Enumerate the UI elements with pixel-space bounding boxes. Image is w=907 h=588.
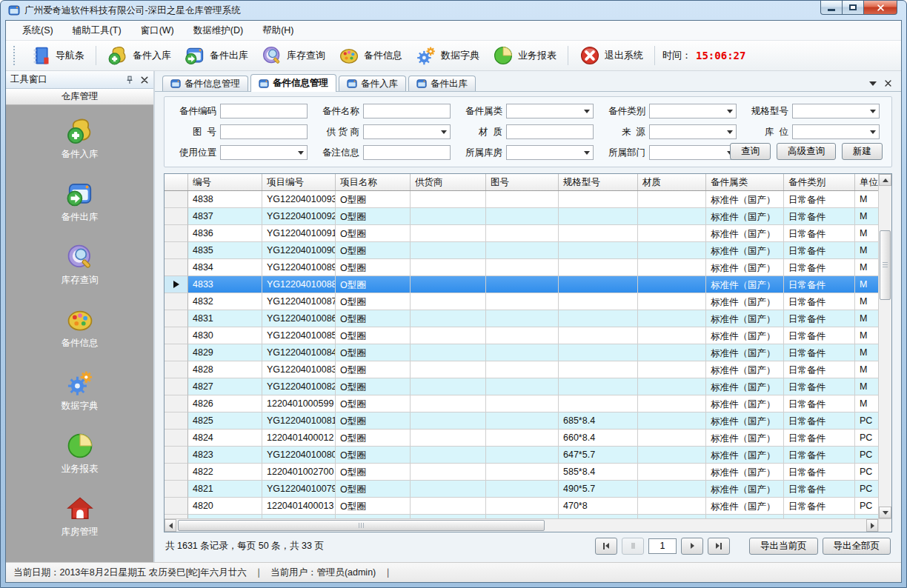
scroll-left-button[interactable] [165,519,176,532]
stock-location-combo[interactable] [792,124,880,139]
sidebar-close-icon[interactable] [140,76,149,84]
part-category-combo[interactable] [506,104,594,118]
advanced-query-button[interactable]: 高级查询 [777,143,836,160]
menu-item-system[interactable]: 系统(S) [15,22,61,39]
table-row[interactable]: 4837YG12204010092O型圈标准件（国产）日常备件M [165,208,878,225]
sidebar-item-parts-info[interactable]: 备件信息 [6,306,153,350]
sidebar-item-stock-search[interactable]: 库存查询 [6,243,153,287]
menu-item-help[interactable]: 帮助(H) [255,22,301,39]
tab-1[interactable]: 备件信息管理 [250,74,336,92]
row-header-cell[interactable] [165,259,188,276]
toolbar-grip[interactable] [13,46,18,65]
vertical-scroll-thumb[interactable] [880,230,891,300]
sidebar-item-report[interactable]: 业务报表 [6,432,153,475]
horizontal-scroll-track[interactable] [176,519,866,532]
toolbar-button-parts-info[interactable]: 备件信息 [332,42,409,69]
row-header-cell[interactable] [165,412,188,430]
row-header-cell[interactable] [165,361,188,378]
scroll-up-button[interactable] [879,174,891,186]
part-class-combo[interactable] [649,104,737,118]
column-header-6[interactable]: 材质 [638,174,706,190]
toolbar-button-report[interactable]: 业务报表 [486,42,563,69]
first-page-button[interactable] [595,538,617,555]
sidebar-group-header[interactable]: 仓库管理 [6,89,153,105]
column-header-4[interactable]: 图号 [486,174,559,190]
toolbar-button-data-dict[interactable]: 数据字典 [409,42,486,69]
table-row[interactable]: 4833YG12204010088O型圈标准件（国产）日常备件M [165,276,878,293]
table-row[interactable]: 4836YG12204010091O型圈标准件（国产）日常备件M [165,225,878,242]
tab-0[interactable]: 备件信息管理 [162,76,248,91]
table-row[interactable]: 4828YG12204010083O型圈标准件（国产）日常备件M [165,361,878,378]
menu-item-data-maintenance[interactable]: 数据维护(D) [186,22,250,39]
row-header-cell[interactable] [165,208,188,225]
row-header-cell[interactable] [165,327,188,344]
use-position-combo[interactable] [220,145,308,160]
query-button[interactable]: 查询 [730,143,771,160]
export-all-pages-button[interactable]: 导出全部页 [823,538,891,555]
toolbar-button-parts-out[interactable]: 备件出库 [178,42,255,69]
table-row[interactable]: 4830YG12204010085O型圈标准件（国产）日常备件M [165,327,878,344]
column-header-8[interactable]: 备件类别 [784,174,855,190]
table-row[interactable]: 4821YG12204010079O型圈490*5.7标准件（国产）日常备件PC [165,481,878,498]
maximize-button[interactable] [842,1,864,15]
table-row[interactable]: 4829YG12204010084O型圈标准件（国产）日常备件M [165,344,878,361]
drawing-no-input[interactable] [220,124,308,139]
row-header-cell[interactable] [165,293,188,310]
part-name-input[interactable] [363,104,451,118]
next-page-button[interactable] [681,538,703,555]
tab-list-dropdown-icon[interactable] [869,81,877,86]
spec-model-combo[interactable] [792,104,880,118]
previous-page-button[interactable] [622,538,644,555]
row-header-cell[interactable] [165,344,188,361]
column-header-5[interactable]: 规格型号 [559,174,638,190]
row-header-cell[interactable] [165,395,188,412]
row-header-cell[interactable] [165,481,188,498]
material-input[interactable] [506,124,594,139]
column-header-2[interactable]: 项目名称 [336,174,411,190]
column-header-0[interactable]: 编号 [188,174,262,190]
table-row[interactable]: 4834YG12204010089O型圈标准件（国产）日常备件M [165,259,878,276]
supplier-combo[interactable] [363,124,451,139]
column-header-3[interactable]: 供货商 [411,174,486,190]
table-row[interactable]: 4832YG12204010087O型圈标准件（国产）日常备件M [165,293,878,310]
sidebar-item-parts-in[interactable]: 备件入库 [6,117,153,161]
pin-icon[interactable] [125,76,134,84]
row-header-cell[interactable] [165,310,188,327]
page-number-input[interactable] [648,538,677,554]
close-button[interactable] [863,1,897,15]
menu-item-assist-tools[interactable]: 辅助工具(T) [65,22,129,39]
row-header-cell[interactable] [165,378,188,395]
row-header-cell[interactable] [165,276,188,293]
last-page-button[interactable] [708,538,730,555]
column-header-9[interactable]: 单位 [855,174,878,190]
column-header-7[interactable]: 备件属类 [706,174,784,190]
toolbar-button-stock-search[interactable]: 库存查询 [255,42,332,69]
table-row[interactable]: 48241220401400012O型圈660*8.4标准件（国产）日常备件PC [165,430,878,447]
sidebar-item-data-dict[interactable]: 数据字典 [6,369,153,412]
table-row[interactable]: 4823YG12204010080O型圈647*5.7标准件（国产）日常备件PC [165,447,878,464]
minimize-button[interactable] [820,1,843,15]
part-code-input[interactable] [220,104,308,118]
scroll-right-button[interactable] [866,519,878,532]
toolbar-button-book[interactable]: 导航条 [24,42,91,69]
toolbar-button-exit[interactable]: 退出系统 [573,42,650,69]
table-row[interactable]: 4831YG12204010086O型圈标准件（国产）日常备件M [165,310,878,327]
warehouse-combo[interactable] [506,145,594,160]
vertical-scrollbar[interactable] [878,174,891,518]
menu-item-window[interactable]: 窗口(W) [133,22,182,39]
row-header-cell[interactable] [165,242,188,259]
tab-3[interactable]: 备件出库 [408,76,476,91]
row-header-cell[interactable] [165,191,188,208]
export-current-page-button[interactable]: 导出当前页 [749,538,818,555]
tab-close-icon[interactable] [884,79,892,87]
source-combo[interactable] [649,124,737,139]
table-row[interactable]: 4838YG12204010093O型圈标准件（国产）日常备件M [165,191,878,208]
row-header-cell[interactable] [165,430,188,447]
row-header-cell[interactable] [165,225,188,242]
vertical-scroll-track[interactable] [879,186,891,507]
table-row[interactable]: 4835YG12204010090O型圈标准件（国产）日常备件M [165,242,878,259]
sidebar-item-parts-out[interactable]: 备件出库 [6,180,153,224]
scroll-down-button[interactable] [879,507,891,518]
sidebar-item-warehouse[interactable]: 库房管理 [6,495,153,538]
remark-input[interactable] [363,145,451,160]
